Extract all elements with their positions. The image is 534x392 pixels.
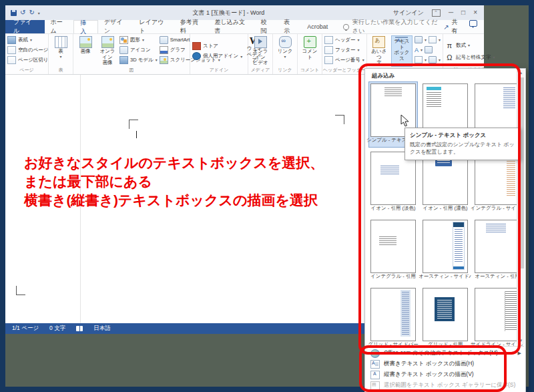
quick-access-toolbar: ↺ ↻ ▾ [5, 9, 64, 16]
group-pages: 表紙▾ 空白のページ ページ区切り ページ [5, 34, 49, 74]
gallery-item-sideline-sidebar[interactable]: サイドライン - サイドバー [473, 286, 521, 351]
ribbon-display-options-icon[interactable] [432, 9, 441, 17]
my-addins-icon [192, 52, 201, 60]
smartart-icon [160, 36, 168, 44]
online-picture-button[interactable]: オンライン 画像 [97, 35, 117, 67]
equation-button[interactable]: π数式▾ [445, 41, 495, 49]
tab-view[interactable]: 表示 [278, 20, 301, 33]
datetime-button[interactable]: ▾▾ [415, 55, 441, 64]
gallery-item-austin-quote[interactable]: オースティン - 引用 [473, 218, 521, 283]
greeting-button[interactable]: あいさつ 文 [369, 35, 389, 67]
footer-icon [324, 46, 333, 54]
tab-acrobat[interactable]: Acrobat [301, 20, 334, 33]
office-com-icon [370, 349, 380, 358]
my-addins-button[interactable]: 個人用アドイン▾ [192, 52, 242, 61]
page-number-button[interactable]: ページ番号▾ [324, 55, 364, 64]
vertical-textbox-icon [370, 371, 380, 379]
symbol-icon: Ω [445, 53, 454, 61]
gallery-item-grid-quote[interactable]: グリッド - 引用 [421, 286, 469, 351]
maximize-button[interactable]: □ [461, 9, 465, 16]
menu-more-textboxes[interactable]: Office.com のその他のテキスト ボックス(M) ▶ [366, 348, 524, 359]
annotation-line-2: または最下部にある [24, 172, 358, 191]
quickparts-button[interactable]: ▾▾ [415, 35, 441, 44]
share-button[interactable]: ↗ 共有 [443, 20, 469, 33]
page-break-icon [7, 56, 16, 64]
tab-mailings[interactable]: 差し込み文書 [208, 20, 254, 33]
menu-draw-horizontal-textbox[interactable]: 横書きテキスト ボックスの描画(H) [366, 359, 524, 369]
submenu-arrow-icon: ▶ [518, 351, 521, 356]
page-number-icon [324, 56, 333, 64]
group-media: オンライン ビデオ メディア [248, 34, 273, 74]
store-button[interactable]: ストア [192, 42, 242, 51]
picture-button[interactable]: 画像 [75, 35, 95, 67]
share-label: 共有 [452, 18, 463, 35]
lightbulb-icon [343, 24, 349, 30]
gallery-header: 組み込み [372, 72, 394, 80]
scroll-up-icon[interactable]: ▲ [517, 69, 525, 77]
redo-icon[interactable]: ↻ [29, 9, 34, 16]
textbox-icon [395, 37, 408, 38]
tab-design[interactable]: デザイン [98, 20, 134, 33]
shapes-icon [119, 36, 128, 44]
textbox-button[interactable]: テキスト ボックス▾ [391, 35, 413, 67]
signin-button[interactable]: サインイン [393, 9, 424, 17]
online-video-icon [254, 36, 267, 48]
annotation-text: お好きなスタイルのテキストボックスを選択、 または最下部にある 横書き(縦書き)… [24, 154, 358, 210]
thumbnail [370, 220, 416, 273]
group-illustrations: 画像 オンライン 画像 図形▾ アイコン 3D モデル▾ SmartArt グラ… [73, 34, 190, 74]
wordart-button[interactable]: A▾ [415, 45, 441, 54]
annotation-line-1: お好きなスタイルのテキストボックスを選択、 [24, 154, 358, 172]
tellme-box[interactable]: 実行したい作業を入力してください [334, 20, 443, 33]
save-icon[interactable] [11, 10, 17, 16]
blank-page-button[interactable]: 空白のページ [7, 45, 49, 54]
page-count[interactable]: 1/1 ページ [12, 325, 39, 333]
word-count[interactable]: 0 文字 [49, 325, 65, 333]
thumbnail [370, 288, 416, 341]
tooltip: シンプル - テキスト ボックス 既定の書式設定のシンプルなテキスト ボックスを… [405, 128, 521, 160]
page-break-button[interactable]: ページ区切り [7, 55, 49, 64]
cover-page-icon [7, 36, 16, 44]
menu-draw-vertical-textbox[interactable]: 縦書きテキスト ボックスの描画(V) [366, 369, 524, 380]
close-button[interactable]: × [473, 9, 477, 16]
thumbnail [423, 288, 468, 341]
comments-icon[interactable] [469, 20, 477, 27]
language-label[interactable]: 日本語 [93, 325, 111, 333]
table-button[interactable]: 表▾ [51, 35, 71, 67]
minimize-button[interactable]: ─ [449, 9, 453, 16]
symbol-button[interactable]: Ω記号と特殊文字▾ [445, 53, 495, 61]
gallery-item-austin-sidebar[interactable]: オースティン - サイドバー [421, 218, 469, 283]
scrollbar-thumb[interactable] [518, 77, 524, 268]
scroll-down-icon[interactable]: ▼ [517, 337, 525, 345]
undo-icon[interactable]: ↺ [20, 9, 25, 16]
header-button[interactable]: ヘッダー▾ [324, 35, 364, 44]
qat-dropdown-icon[interactable]: ▾ [38, 11, 40, 15]
gallery-item-grid-sidebar[interactable]: グリッド - サイドバー [369, 286, 417, 351]
comment-icon [304, 36, 316, 48]
tellme-label: 実行したい作業を入力してください [352, 18, 443, 35]
menu-save-selection-to-gallery: 選択範囲をテキスト ボックス ギャラリーに保存(S) [366, 380, 524, 391]
tab-references[interactable]: 参考資料 [174, 20, 209, 33]
tab-layout[interactable]: レイアウト [134, 20, 174, 33]
dropcap-icon [429, 36, 437, 43]
desktop-background: ↺ ↻ ▾ 文書 1 [互換モード] - Word サインイン ─ □ × ファ… [5, 5, 529, 387]
table-icon [55, 36, 67, 48]
cover-page-button[interactable]: 表紙▾ [7, 35, 49, 44]
shapes-button[interactable]: 図形▾ [119, 35, 158, 44]
tab-home[interactable]: ホーム [45, 20, 74, 33]
link-button[interactable]: リンク▾ [275, 35, 295, 67]
tab-review[interactable]: 校閲 [254, 20, 278, 33]
3d-models-button[interactable]: 3D モデル▾ [119, 55, 158, 64]
textbox-gallery-popup: 組み込み シンプル - テキスト ボックス イオン - サイドバー 1 イオン … [364, 68, 526, 392]
online-video-button[interactable]: オンライン ビデオ [250, 35, 270, 67]
window-title: 文書 1 [互換モード] - Word [64, 9, 393, 17]
comment-button[interactable]: コメント [300, 35, 320, 67]
footer-button[interactable]: フッター▾ [324, 45, 364, 54]
proofing-icon[interactable] [76, 326, 83, 331]
gallery-scrollbar[interactable]: ▲ ▼ [517, 69, 525, 345]
icons-button[interactable]: アイコン [119, 45, 158, 54]
3d-model-icon [119, 56, 128, 64]
margin-mark-top-left [129, 120, 138, 129]
tab-file[interactable]: ファイル [5, 20, 45, 33]
tab-insert[interactable]: 挿入 [73, 20, 98, 33]
gallery-item-integral-quote[interactable]: インテグラル - 引用 [369, 218, 417, 283]
